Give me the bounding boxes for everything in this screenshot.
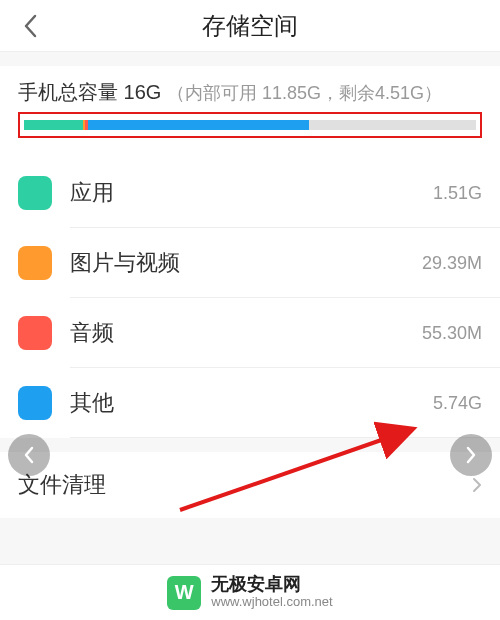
- file-cleanup-row[interactable]: 文件清理: [0, 452, 500, 518]
- watermark-text: 无极安卓网 www.wjhotel.com.net: [211, 575, 332, 609]
- category-label: 音频: [70, 318, 422, 348]
- chevron-right-icon: [472, 477, 482, 493]
- category-label: 图片与视频: [70, 248, 422, 278]
- capacity-detail: （内部可用 11.85G，剩余4.51G）: [167, 83, 442, 103]
- swatch-icon: [18, 386, 52, 420]
- page-title: 存储空间: [202, 10, 298, 42]
- chevron-right-icon: [465, 446, 477, 464]
- watermark: W 无极安卓网 www.wjhotel.com.net: [0, 564, 500, 620]
- watermark-title: 无极安卓网: [211, 575, 332, 595]
- category-value: 5.74G: [433, 393, 482, 414]
- usage-segment-apps: [24, 120, 83, 130]
- usage-bar: [24, 120, 476, 130]
- category-label: 其他: [70, 388, 433, 418]
- category-audio[interactable]: 音频 55.30M: [0, 298, 500, 368]
- back-button[interactable]: [16, 12, 44, 40]
- chevron-left-icon: [23, 14, 37, 38]
- category-apps[interactable]: 应用 1.51G: [0, 158, 500, 228]
- category-other[interactable]: 其他 5.74G: [0, 368, 500, 438]
- category-value: 1.51G: [433, 183, 482, 204]
- category-value: 55.30M: [422, 323, 482, 344]
- summary-text: 手机总容量 16G （内部可用 11.85G，剩余4.51G）: [18, 78, 482, 106]
- category-value: 29.39M: [422, 253, 482, 274]
- usage-segment-other: [88, 120, 309, 130]
- swatch-icon: [18, 176, 52, 210]
- gallery-next-button[interactable]: [450, 434, 492, 476]
- category-media[interactable]: 图片与视频 29.39M: [0, 228, 500, 298]
- gallery-prev-button[interactable]: [8, 434, 50, 476]
- watermark-url: www.wjhotel.com.net: [211, 595, 332, 609]
- category-label: 应用: [70, 178, 433, 208]
- chevron-left-icon: [23, 446, 35, 464]
- header: 存储空间: [0, 0, 500, 52]
- watermark-logo-icon: W: [167, 576, 201, 610]
- swatch-icon: [18, 246, 52, 280]
- usage-bar-highlight: [18, 112, 482, 138]
- storage-summary: 手机总容量 16G （内部可用 11.85G，剩余4.51G）: [0, 66, 500, 158]
- category-list: 应用 1.51G 图片与视频 29.39M 音频 55.30M 其他 5.74G: [0, 158, 500, 438]
- total-capacity: 手机总容量 16G: [18, 81, 161, 103]
- swatch-icon: [18, 316, 52, 350]
- cleanup-label: 文件清理: [18, 470, 472, 500]
